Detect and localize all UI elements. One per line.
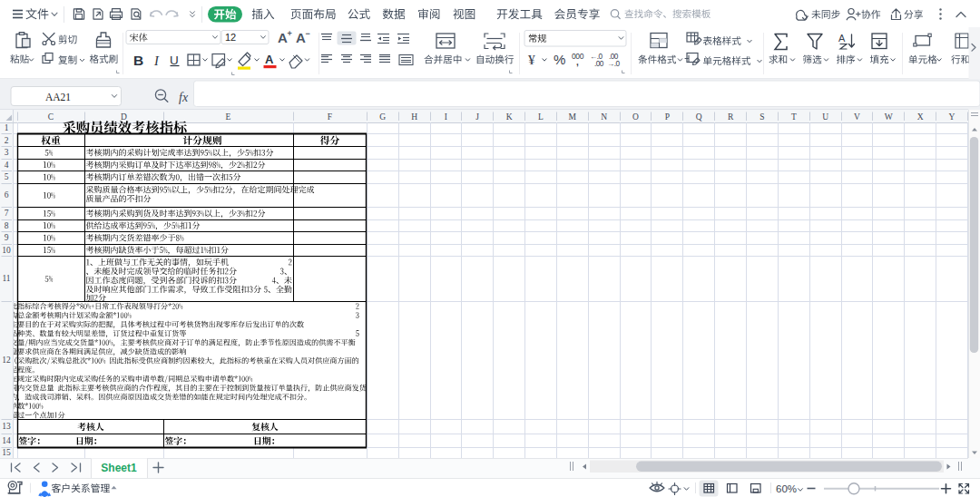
svg-text:F: F [328, 112, 332, 122]
svg-text:A: A [838, 33, 846, 44]
svg-text:A: A [296, 30, 306, 45]
svg-text:12: 12 [2, 356, 11, 365]
svg-text:V: V [854, 112, 860, 122]
svg-text:W: W [885, 112, 893, 122]
svg-text:B: B [133, 53, 143, 68]
svg-text:−: − [306, 29, 310, 38]
svg-text:Q: Q [696, 112, 702, 122]
svg-text:9: 9 [5, 233, 9, 242]
svg-text:M: M [569, 112, 577, 122]
svg-text:L: L [538, 112, 544, 122]
svg-text:15: 15 [2, 448, 11, 457]
svg-text:S: S [760, 112, 764, 122]
svg-text:D: D [121, 112, 127, 122]
svg-text:X: X [917, 112, 924, 122]
svg-text:E: E [226, 112, 231, 122]
svg-text:11: 11 [2, 274, 10, 283]
svg-text:R: R [728, 112, 734, 122]
svg-text:14: 14 [2, 436, 11, 445]
svg-text:I: I [445, 112, 447, 122]
svg-text:O: O [632, 112, 639, 122]
svg-text:6: 6 [5, 190, 9, 200]
svg-text:K: K [506, 112, 513, 122]
svg-text:Sheet1: Sheet1 [101, 462, 137, 474]
svg-text:AA21: AA21 [45, 92, 71, 102]
svg-text:12: 12 [225, 32, 236, 43]
svg-text:1: 1 [5, 123, 9, 132]
svg-text:C: C [48, 112, 54, 122]
svg-text:8: 8 [5, 221, 9, 230]
svg-text:T: T [791, 112, 797, 122]
svg-text:P: P [665, 112, 670, 122]
svg-text:G: G [379, 112, 386, 122]
svg-text:7: 7 [5, 209, 9, 218]
svg-text:2: 2 [5, 136, 9, 145]
svg-text:N: N [601, 112, 607, 122]
svg-text:A: A [278, 30, 288, 45]
svg-text:U: U [170, 54, 179, 67]
svg-text:3: 3 [5, 148, 9, 157]
svg-text:U: U [822, 112, 828, 122]
svg-text:A: A [265, 53, 274, 66]
svg-text:4: 4 [5, 161, 9, 170]
svg-text:.00: .00 [594, 60, 604, 68]
svg-text:H: H [411, 112, 417, 122]
svg-text:Y: Y [949, 112, 956, 122]
svg-text:%: % [554, 52, 565, 67]
svg-text:→.0: →.0 [607, 60, 620, 68]
svg-text:5: 5 [5, 172, 9, 181]
svg-text:60%: 60% [776, 483, 797, 494]
svg-text:10: 10 [2, 246, 11, 255]
svg-text:¥: ¥ [528, 52, 535, 67]
svg-text:,: , [576, 57, 579, 67]
svg-text:fx: fx [179, 91, 189, 104]
svg-text:+: + [288, 29, 292, 38]
svg-text:13: 13 [2, 422, 11, 431]
svg-text:J: J [475, 112, 479, 122]
